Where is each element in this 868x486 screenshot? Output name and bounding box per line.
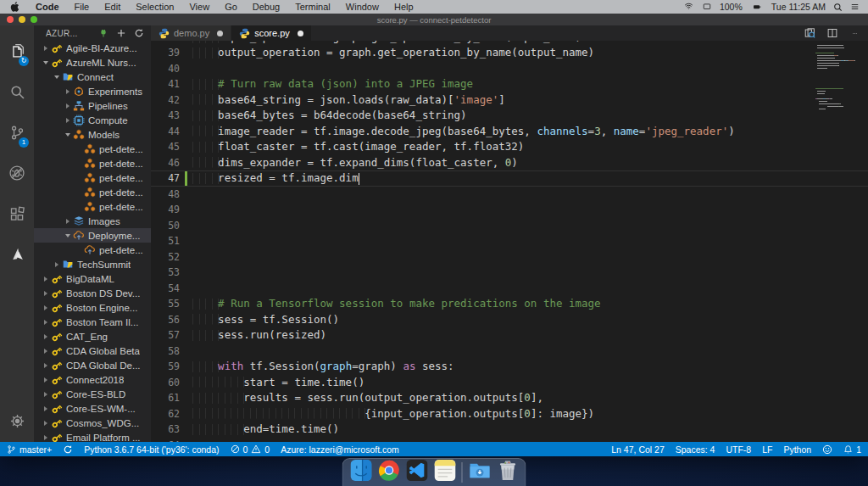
tree-item-models[interactable]: Models	[34, 127, 151, 142]
line-number[interactable]: 46	[151, 157, 183, 169]
tree-item-pet-dete-[interactable]: pet-dete...	[34, 185, 151, 199]
status-azure-account[interactable]: Azure: lazzeri@microsoft.com	[281, 444, 399, 455]
code-line-52[interactable]: 52	[151, 249, 868, 265]
modified-dot[interactable]	[298, 31, 303, 36]
code-line-59[interactable]: 59 with tf.Session(graph=graph) as sess:	[151, 359, 868, 375]
dock-trash[interactable]	[497, 461, 519, 483]
tree-item-images[interactable]: Images	[34, 214, 151, 228]
code-line-45[interactable]: 45 float_caster = tf.cast(image_reader, …	[151, 139, 868, 155]
line-number[interactable]: 56	[151, 314, 183, 326]
line-number[interactable]: 50	[151, 220, 183, 232]
status-git-branch[interactable]: master+	[7, 444, 52, 455]
window-titlebar[interactable]: score.py — connect-petdetector	[0, 14, 868, 25]
menu-selection[interactable]: Selection	[128, 0, 181, 14]
minimap[interactable]	[815, 44, 861, 137]
open-preview-button[interactable]	[804, 28, 816, 39]
line-number[interactable]: 40	[151, 63, 183, 75]
line-number[interactable]: 38	[151, 41, 183, 43]
tree-item-boston-team-il-[interactable]: Boston Team Il...	[34, 315, 151, 329]
azure-status-button[interactable]	[98, 28, 108, 38]
code-line-53[interactable]: 53	[151, 265, 868, 281]
tab-demo-py[interactable]: demo.py	[151, 25, 231, 41]
menu-terminal[interactable]: Terminal	[287, 0, 338, 14]
code-line-48[interactable]: 48	[151, 187, 868, 203]
tree-item-pet-dete-[interactable]: pet-dete...	[34, 170, 151, 185]
tree-item-core-es-bld[interactable]: Core-ES-BLD	[34, 387, 151, 401]
activity-settings[interactable]	[0, 408, 34, 437]
dock-chrome[interactable]	[378, 461, 400, 483]
tree-item-cda-global-de-[interactable]: CDA Global De...	[34, 358, 151, 372]
code-line-47[interactable]: 47 resized = tf.image.dim	[151, 170, 868, 187]
activity-debug[interactable]	[0, 154, 34, 195]
line-number[interactable]: 62	[151, 408, 183, 420]
code-line-61[interactable]: 61 results = sess.run(output_operation.o…	[151, 390, 868, 406]
line-number[interactable]: 41	[151, 78, 183, 90]
code-line-40[interactable]: 40	[151, 61, 868, 77]
dock-vscode[interactable]	[406, 461, 428, 483]
add-button[interactable]	[116, 28, 126, 38]
line-number[interactable]: 63	[151, 423, 183, 435]
tree-item-compute[interactable]: Compute	[34, 113, 151, 127]
menu-debug[interactable]: Debug	[245, 0, 287, 14]
tree-item-agile-bi-azure-[interactable]: Agile-BI-Azure...	[34, 41, 151, 55]
tree-item-connect2018[interactable]: Connect2018	[34, 372, 151, 387]
dock-downloads[interactable]	[469, 461, 491, 483]
status-language-mode[interactable]: Python	[783, 444, 811, 455]
line-number[interactable]: 60	[151, 377, 183, 388]
line-number[interactable]: 49	[151, 204, 183, 215]
code-line-46[interactable]: 46 dims_expander = tf.expand_dims(float_…	[151, 155, 868, 171]
activity-extensions[interactable]	[0, 195, 34, 236]
battery-icon[interactable]	[750, 3, 764, 11]
tree-item-core-es-wm-[interactable]: Core-ES-WM-...	[34, 401, 151, 416]
line-number[interactable]: 61	[151, 392, 183, 404]
tree-item-email-platform-[interactable]: Email Platform ...	[34, 430, 151, 442]
status-feedback[interactable]	[822, 444, 832, 455]
code-line-57[interactable]: 57 sess.run(resized)	[151, 327, 868, 344]
line-number[interactable]: 57	[151, 329, 183, 341]
status-problems[interactable]: 00	[231, 444, 270, 455]
line-number[interactable]: 58	[151, 345, 183, 357]
tree-item-bigdataml[interactable]: BigDataML	[34, 271, 151, 286]
modified-dot[interactable]	[217, 31, 223, 36]
code-line-51[interactable]: 51	[151, 233, 868, 249]
menu-go[interactable]: Go	[217, 0, 245, 14]
tree-item-boston-engine-[interactable]: Boston Engine...	[34, 300, 151, 315]
tree-item-pipelines[interactable]: Pipelines	[34, 98, 151, 113]
menu-edit[interactable]: Edit	[97, 0, 128, 14]
tree-item-connect[interactable]: Connect	[34, 70, 151, 84]
code-line-55[interactable]: 55 # Run a Tensorflow session to make pr…	[151, 296, 868, 312]
menubar-clock[interactable]: Tue 11:25 AM	[771, 2, 826, 12]
tree-item-pet-dete-[interactable]: pet-dete...	[34, 156, 151, 170]
dock-finder[interactable]	[350, 461, 372, 483]
tree-item-techsummit[interactable]: TechSummit	[34, 257, 151, 271]
code-line-43[interactable]: 43 base64_bytes = b64decode(base64_strin…	[151, 108, 868, 124]
status-sync[interactable]	[63, 444, 73, 455]
code-line-49[interactable]: 49	[151, 202, 868, 218]
line-number[interactable]: 39	[151, 47, 183, 59]
menu-file[interactable]: File	[67, 0, 97, 14]
code-line-39[interactable]: 39 output_operation = graph.get_operatio…	[151, 45, 868, 61]
display-icon[interactable]	[702, 3, 712, 11]
tree-item-pet-dete-[interactable]: pet-dete...	[34, 142, 151, 156]
activity-search[interactable]	[0, 73, 34, 114]
notification-center-icon[interactable]	[850, 3, 860, 11]
tree-item-pet-dete-[interactable]: pet-dete...	[34, 243, 151, 257]
split-editor-button[interactable]	[826, 28, 838, 38]
menu-view[interactable]: View	[181, 0, 217, 14]
code-line-54[interactable]: 54	[151, 281, 868, 297]
status-cursor-position[interactable]: Ln 47, Col 27	[611, 444, 664, 455]
tree-item-pet-dete-[interactable]: pet-dete...	[34, 199, 151, 214]
tree-item-experiments[interactable]: Experiments	[34, 84, 151, 98]
status-indentation[interactable]: Spaces: 4	[676, 444, 715, 455]
menu-window[interactable]: Window	[338, 0, 387, 14]
code-line-56[interactable]: 56 sess = tf.Session()	[151, 312, 868, 328]
line-number[interactable]: 48	[151, 188, 183, 200]
code-area[interactable]: 38 input_operation = graph.get_operation…	[151, 41, 868, 442]
menu-help[interactable]: Help	[387, 0, 421, 14]
code-line-50[interactable]: 50	[151, 218, 868, 234]
line-number[interactable]: 53	[151, 266, 183, 278]
line-number[interactable]: 51	[151, 235, 183, 247]
dock-notes[interactable]	[434, 461, 456, 483]
tree-item-cosmos-wdg-[interactable]: Cosmos_WDG...	[34, 416, 151, 430]
status-encoding[interactable]: UTF-8	[726, 444, 751, 455]
